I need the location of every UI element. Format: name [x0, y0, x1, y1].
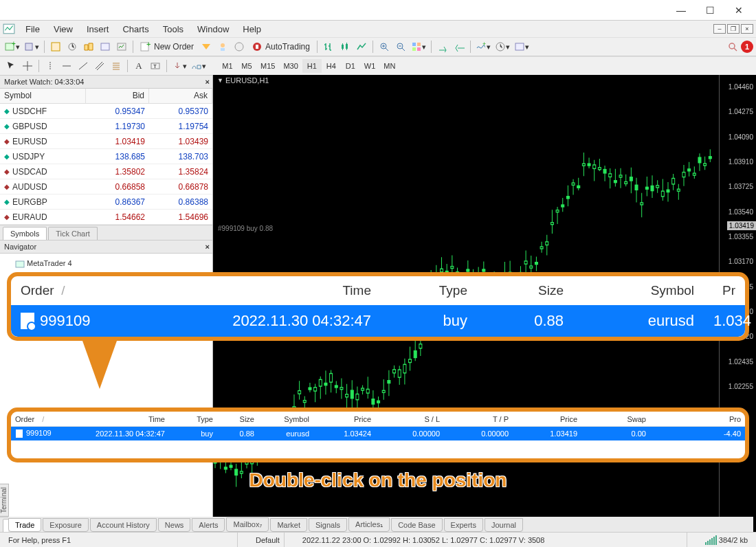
market-watch-toggle[interactable]: [47, 39, 64, 54]
market-watch-row[interactable]: ◆GBPUSD1.197301.19754: [0, 119, 212, 134]
timeframe-h4[interactable]: H4: [322, 59, 341, 73]
terminal-tab-journal[interactable]: Journal: [485, 518, 523, 532]
indicators-button[interactable]: +▾: [474, 39, 493, 54]
candle-chart-button[interactable]: [337, 39, 353, 54]
templates-button[interactable]: ▾: [512, 39, 531, 54]
col-time[interactable]: Time: [66, 415, 169, 423]
trade-table-row[interactable]: 999109 2022.11.30 04:32:47 buy 0.88 euru…: [11, 427, 745, 440]
col-bid[interactable]: Bid: [86, 89, 149, 103]
col-price2[interactable]: Price: [513, 415, 581, 423]
text-tool[interactable]: A: [131, 58, 147, 74]
navigator-close-icon[interactable]: ×: [205, 243, 210, 251]
menu-help[interactable]: Help: [236, 23, 267, 36]
line-chart-button[interactable]: [353, 39, 370, 54]
metaquotes-button[interactable]: [198, 39, 214, 54]
terminal-tab-signals[interactable]: Signals: [309, 518, 347, 532]
zoom-out-button[interactable]: [392, 39, 409, 54]
timeframe-h1[interactable]: H1: [302, 59, 322, 73]
vertical-line-tool[interactable]: [42, 58, 58, 74]
auto-scroll-button[interactable]: [434, 39, 451, 54]
chart-shift-button[interactable]: [451, 39, 467, 54]
trendline-tool[interactable]: [75, 58, 91, 74]
col-symbol-sm[interactable]: Symbol: [258, 415, 313, 423]
mdi-close[interactable]: ×: [741, 24, 753, 34]
data-window-toggle[interactable]: [64, 39, 80, 54]
close-button[interactable]: ✕: [724, 1, 753, 20]
cursor-tool[interactable]: [3, 58, 19, 74]
mdi-restore[interactable]: ❐: [727, 24, 740, 34]
terminal-tab-market[interactable]: Market: [270, 518, 307, 532]
options-button[interactable]: [231, 39, 247, 54]
col-size[interactable]: Size: [217, 415, 258, 423]
minimize-button[interactable]: —: [667, 1, 696, 20]
col-symbol-big[interactable]: Symbol: [573, 283, 704, 298]
search-button[interactable]: [724, 39, 741, 54]
horizontal-line-tool[interactable]: [58, 58, 75, 74]
terminal-tab-exposure[interactable]: Exposure: [43, 518, 88, 532]
terminal-tab-codebase[interactable]: Code Base: [391, 518, 442, 532]
maximize-button[interactable]: ☐: [696, 1, 724, 20]
bar-chart-button[interactable]: [320, 39, 337, 54]
col-tp[interactable]: T / P: [444, 415, 513, 423]
market-watch-row[interactable]: ◆EURUSD1.034191.03439: [0, 134, 212, 149]
periodicity-button[interactable]: ▾: [493, 39, 512, 54]
auto-trading-button[interactable]: AutoTrading: [247, 39, 314, 54]
col-swap[interactable]: Swap: [581, 415, 650, 423]
col-pr-big[interactable]: Pr: [704, 283, 745, 298]
market-watch-close-icon[interactable]: ×: [205, 78, 210, 86]
col-time-big[interactable]: Time: [128, 283, 381, 298]
menu-view[interactable]: View: [47, 23, 79, 36]
equidistant-tool[interactable]: [91, 58, 108, 74]
crosshair-tool[interactable]: [19, 58, 36, 74]
tab-symbols[interactable]: Symbols: [3, 227, 47, 241]
timeframe-d1[interactable]: D1: [341, 59, 360, 73]
arrows-tool[interactable]: ▾: [170, 58, 189, 74]
terminal-toggle[interactable]: [97, 39, 113, 54]
tile-windows-button[interactable]: ▾: [409, 39, 428, 54]
terminal-tab-articles[interactable]: Articles₁: [348, 517, 390, 532]
new-order-button[interactable]: +New Order: [136, 39, 198, 54]
strategy-tester-toggle[interactable]: [113, 39, 130, 54]
terminal-tab-experts[interactable]: Experts: [444, 518, 483, 532]
timeframe-mn[interactable]: MN: [379, 59, 399, 73]
timeframe-w1[interactable]: W1: [360, 59, 380, 73]
menu-window[interactable]: Window: [191, 23, 235, 36]
navigator-toggle[interactable]: [80, 39, 97, 54]
market-watch-row[interactable]: ◆USDJPY138.685138.703: [0, 149, 212, 164]
col-ask[interactable]: Ask: [149, 89, 212, 103]
col-sl[interactable]: S / L: [375, 415, 444, 423]
shapes-tool[interactable]: ▾: [189, 58, 208, 74]
menu-charts[interactable]: Charts: [116, 23, 155, 36]
mdi-minimize[interactable]: –: [713, 24, 726, 34]
col-size-big[interactable]: Size: [477, 283, 573, 298]
fibonacci-tool[interactable]: [108, 58, 124, 74]
terminal-tab-accounthistory[interactable]: Account History: [90, 518, 157, 532]
terminal-tab-mailbox[interactable]: Mailbox₇: [226, 517, 269, 532]
terminal-tab-trade[interactable]: Trade: [8, 518, 41, 532]
text-label-tool[interactable]: T: [147, 58, 164, 74]
expert-advisors-button[interactable]: [214, 39, 231, 54]
timeframe-m30[interactable]: M30: [279, 59, 302, 73]
terminal-tab-alerts[interactable]: Alerts: [192, 518, 225, 532]
menu-tools[interactable]: Tools: [157, 23, 190, 36]
timeframe-m5[interactable]: M5: [237, 59, 256, 73]
tab-tick-chart[interactable]: Tick Chart: [48, 227, 98, 241]
col-price[interactable]: Price: [313, 415, 375, 423]
market-watch-row[interactable]: ◆USDCAD1.358021.35824: [0, 164, 212, 179]
zoom-in-button[interactable]: [376, 39, 392, 54]
market-watch-row[interactable]: ◆AUDUSD0.668580.66878: [0, 179, 212, 194]
menu-insert[interactable]: Insert: [80, 23, 115, 36]
col-pro[interactable]: Pro: [650, 415, 745, 423]
market-watch-row[interactable]: ◆EURGBP0.863670.86388: [0, 194, 212, 210]
notification-badge[interactable]: 1: [741, 41, 753, 53]
timeframe-m1[interactable]: M1: [218, 59, 237, 73]
timeframe-m15[interactable]: M15: [256, 59, 279, 73]
market-watch-row[interactable]: ◆USDCHF0.953470.95370: [0, 104, 212, 119]
navigator-root[interactable]: MetaTrader 4: [4, 258, 208, 269]
market-watch-row[interactable]: ◆EURAUD1.546621.54696: [0, 210, 212, 225]
col-order[interactable]: Order /: [11, 415, 66, 423]
col-type[interactable]: Type: [169, 415, 217, 423]
enlarged-row[interactable]: 999109 2022.11.30 04:32:47 buy 0.88 euru…: [11, 305, 745, 337]
col-order-big[interactable]: Order /: [11, 283, 128, 298]
terminal-tab-news[interactable]: News: [158, 518, 191, 532]
